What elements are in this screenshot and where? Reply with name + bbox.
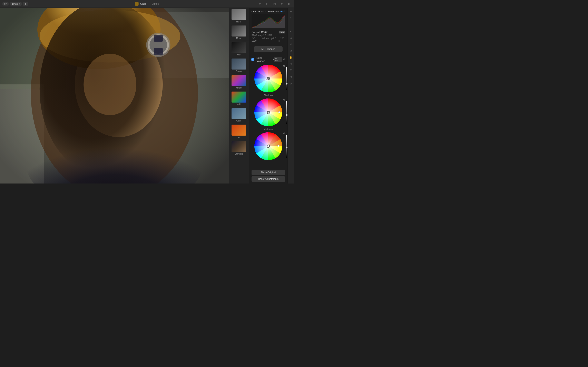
view-toggle[interactable]: ⊞ ▾ bbox=[2, 2, 9, 6]
svg-rect-14 bbox=[154, 48, 163, 55]
color-adjustments-header: COLOR ADJUSTMENTS Add bbox=[249, 8, 287, 14]
preset-vivid[interactable]: Vivid bbox=[229, 90, 249, 107]
raw-badge: RAW bbox=[279, 31, 285, 33]
preset-label-mono: Mono bbox=[236, 37, 241, 39]
hand-tool-icon[interactable]: ✋ bbox=[289, 55, 293, 59]
svg-point-16 bbox=[84, 54, 136, 115]
camera-info: Canon EOS 6D RAW EF85mm ƒ/1.8 USM ISO 12… bbox=[249, 30, 287, 43]
reset-adjustments-button[interactable]: Reset Adjustments bbox=[251, 176, 285, 182]
preset-none[interactable]: None bbox=[229, 8, 249, 24]
adjustment-title-row: ✓ Color Balance ▾ bbox=[251, 57, 274, 63]
highlights-section: ↺ bbox=[251, 132, 285, 160]
midtones-wheel-outer bbox=[252, 98, 284, 127]
preset-thumbnail-vivid bbox=[232, 92, 246, 103]
eraser-tool-icon[interactable]: ◻ bbox=[289, 62, 293, 66]
circle-tool-icon[interactable]: ◎ bbox=[289, 49, 293, 53]
preset-noir[interactable]: Noir bbox=[229, 41, 249, 57]
ml-fix-badge[interactable]: ML Fix bbox=[274, 57, 282, 62]
frame-tool-icon[interactable]: ◻ bbox=[272, 2, 277, 6]
magic-tool-icon[interactable]: ⬡ bbox=[289, 35, 293, 40]
titlebar-center: Gaze — Edited bbox=[135, 2, 159, 6]
preset-label-loud: Loud bbox=[236, 136, 241, 138]
view-toggle-icon: ⊞ bbox=[4, 2, 6, 5]
reset-adjustment-icon[interactable]: ↺ bbox=[283, 58, 285, 61]
zoom-chevron-icon: ▾ bbox=[19, 3, 20, 5]
preset-label-calm: Calm bbox=[236, 120, 241, 122]
adjustment-actions: ML Fix ↺ bbox=[274, 57, 285, 62]
preset-loud[interactable]: Loud bbox=[229, 123, 249, 140]
crop-tool-icon[interactable]: ⊡ bbox=[265, 2, 269, 6]
shadows-section: ↺ bbox=[251, 64, 285, 96]
svg-point-41 bbox=[267, 145, 269, 147]
shadows-slider-thumb[interactable] bbox=[286, 83, 288, 85]
svg-point-34 bbox=[269, 112, 270, 114]
highlights-color-wheel[interactable] bbox=[254, 132, 283, 160]
ml-enhance-area: ML Enhance bbox=[249, 43, 287, 55]
histogram-svg bbox=[251, 14, 285, 28]
stamp-tool-icon[interactable]: ⊙ bbox=[289, 81, 293, 86]
photo-area bbox=[0, 8, 229, 184]
preset-calm[interactable]: Calm bbox=[229, 107, 249, 123]
midtones-section: ↺ bbox=[251, 98, 285, 130]
svg-rect-13 bbox=[154, 35, 163, 42]
cursor-tool-icon[interactable]: ↖ bbox=[289, 16, 293, 20]
zoom-control[interactable]: 100% ▾ bbox=[10, 2, 22, 6]
type-tool-icon[interactable]: T bbox=[289, 68, 293, 73]
shadows-label: Shadows bbox=[264, 94, 273, 96]
highlights-slider-thumb[interactable] bbox=[286, 146, 288, 149]
panel-content: ✓ Color Balance ▾ ML Fix ↺ ↺ bbox=[249, 55, 287, 168]
shadows-color-wheel[interactable] bbox=[254, 64, 283, 93]
camera-model-name: Canon EOS 6D bbox=[251, 31, 268, 34]
bottom-buttons: Show Original Reset Adjustments bbox=[249, 168, 287, 184]
preset-thumbnail-vibrant bbox=[232, 75, 246, 86]
focal-length-value: 85mm bbox=[262, 37, 269, 42]
photo-svg bbox=[0, 8, 229, 184]
shutter-value: 1/200 s bbox=[278, 37, 285, 42]
preset-label-dramatic: Dramatic bbox=[234, 153, 243, 155]
ml-enhance-button[interactable]: ML Enhance bbox=[254, 46, 283, 52]
titlebar: ⊞ ▾ 100% ▾ + Gaze — Edited ✏ ⊡ ◻ ⬆ ⊞ bbox=[0, 0, 294, 8]
add-view-button[interactable]: + bbox=[23, 2, 28, 6]
titlebar-right: ✏ ⊡ ◻ ⬆ ⊞ bbox=[258, 2, 292, 6]
highlights-wheel-container bbox=[251, 132, 285, 160]
midtones-slider-thumb[interactable] bbox=[286, 114, 288, 116]
add-adjustment-button[interactable]: Add bbox=[280, 10, 285, 13]
grid-settings-icon[interactable]: ⊞ bbox=[287, 2, 292, 6]
exif-row: ISO 1250 85mm ƒ/2.5 1/200 s bbox=[251, 37, 285, 42]
preset-dramatic[interactable]: Dramatic bbox=[229, 140, 249, 156]
paint-tool-icon[interactable]: ✏ bbox=[289, 9, 293, 14]
preset-label-smoky: Smoky bbox=[236, 70, 242, 72]
preset-thumbnail-calm bbox=[232, 108, 246, 119]
preset-mono[interactable]: Mono bbox=[229, 24, 249, 41]
histogram-container bbox=[251, 14, 285, 28]
preset-label-noir: Noir bbox=[237, 54, 241, 56]
photo-canvas bbox=[0, 8, 229, 184]
midtones-brightness-slider[interactable] bbox=[286, 101, 287, 124]
sun-tool-icon[interactable]: ☀ bbox=[289, 42, 293, 47]
app-icon bbox=[135, 2, 139, 6]
star-tool-icon[interactable]: ✦ bbox=[289, 29, 293, 33]
pen-tool-icon[interactable]: ✏ bbox=[258, 2, 262, 6]
preset-thumbnail-smoky bbox=[232, 58, 246, 69]
crop-tool-icon-side[interactable]: ⊡ bbox=[289, 75, 293, 79]
export-icon[interactable]: ⬆ bbox=[280, 2, 284, 6]
shadows-brightness-slider[interactable] bbox=[286, 67, 287, 90]
highlights-brightness-slider[interactable] bbox=[286, 135, 287, 158]
adjustment-name[interactable]: Color Balance bbox=[256, 57, 272, 63]
chevron-down-icon: ▾ bbox=[6, 3, 7, 5]
enabled-checkbox[interactable]: ✓ bbox=[251, 58, 254, 61]
preset-smoky[interactable]: Smoky bbox=[229, 57, 249, 74]
midtones-color-wheel[interactable] bbox=[254, 98, 283, 127]
camera-model-row: Canon EOS 6D RAW bbox=[251, 31, 285, 34]
svg-point-42 bbox=[277, 145, 279, 147]
show-original-button[interactable]: Show Original bbox=[251, 170, 285, 175]
aperture-value: ƒ/2.5 bbox=[271, 37, 276, 42]
preset-label-none: None bbox=[236, 21, 241, 23]
highlights-wheel-outer bbox=[252, 132, 284, 160]
preset-thumbnail-none bbox=[232, 9, 246, 20]
preset-vibrant[interactable]: Vibrant bbox=[229, 74, 249, 90]
preset-label-vibrant: Vibrant bbox=[236, 87, 242, 89]
select-tool-icon[interactable]: ⬚ bbox=[289, 22, 293, 27]
shadows-wheel-outer bbox=[252, 64, 284, 93]
iso-value: ISO 1250 bbox=[251, 37, 260, 42]
